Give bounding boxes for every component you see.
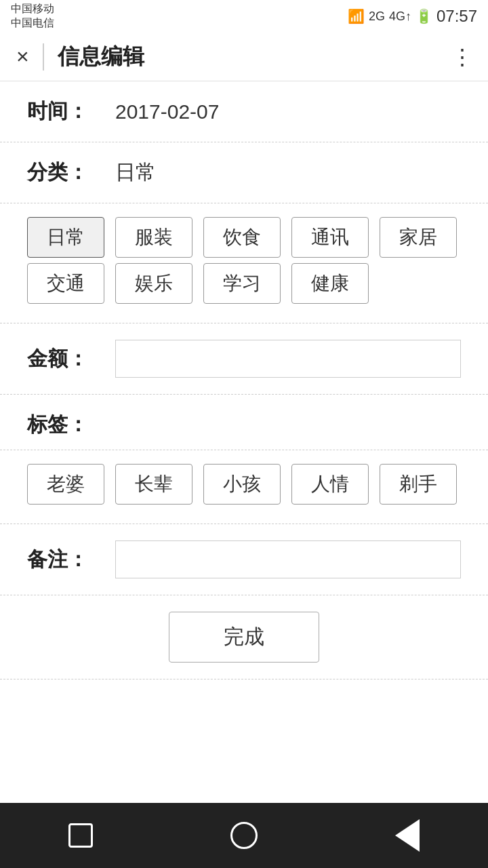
carrier2: 中国电信	[11, 16, 54, 31]
category-row: 分类： 日常	[0, 142, 488, 203]
nav-recent-icon	[68, 823, 93, 848]
category-label: 分类：	[27, 159, 102, 186]
main-content: 时间： 2017-02-07 分类： 日常 日常 服装 饮食 通讯 家居 交通 …	[0, 81, 488, 803]
chip-daily[interactable]: 日常	[27, 217, 104, 258]
nav-back-button[interactable]	[395, 819, 420, 852]
page-title: 信息编辑	[58, 42, 451, 72]
carrier-info: 中国移动 中国电信	[11, 2, 54, 31]
battery-icon: 🔋	[415, 8, 432, 24]
title-bar: × 信息编辑 ⋮	[0, 33, 488, 81]
status-bar: 中国移动 中国电信 📶 2G 4G↑ 🔋 07:57	[0, 0, 488, 33]
signal-4g-icon: 4G↑	[389, 9, 411, 24]
chip-study[interactable]: 学习	[203, 263, 281, 304]
tags-chips-row: 老婆 长辈 小孩 人情 剃手	[27, 464, 461, 505]
tags-label: 标签：	[27, 413, 88, 435]
category-chips-row1: 日常 服装 饮食 通讯 家居	[27, 217, 461, 258]
time-label: 时间：	[27, 98, 102, 125]
chip-communication[interactable]: 通讯	[291, 217, 369, 258]
amount-row: 金额：	[0, 323, 488, 395]
category-chips-area: 日常 服装 饮食 通讯 家居 交通 娱乐 学习 健康	[0, 203, 488, 323]
chip-home[interactable]: 家居	[380, 217, 457, 258]
carrier1: 中国移动	[11, 2, 54, 16]
tags-label-row: 标签：	[0, 395, 488, 450]
title-divider	[43, 43, 44, 71]
category-chips-row2: 交通 娱乐 学习 健康	[27, 263, 461, 304]
done-row: 完成	[0, 595, 488, 679]
more-button[interactable]: ⋮	[451, 44, 472, 70]
amount-input[interactable]	[115, 340, 461, 378]
wifi-icon: 📶	[348, 8, 365, 24]
close-button[interactable]: ×	[16, 44, 29, 69]
time-value: 2017-02-07	[115, 100, 219, 123]
tag-child[interactable]: 小孩	[203, 464, 281, 505]
done-button[interactable]: 完成	[169, 612, 319, 663]
nav-home-icon	[230, 822, 258, 849]
category-value: 日常	[115, 159, 156, 186]
note-input[interactable]	[115, 540, 461, 578]
note-label: 备注：	[27, 546, 102, 574]
nav-bar	[0, 803, 488, 868]
amount-label: 金额：	[27, 345, 102, 373]
chip-clothing[interactable]: 服装	[115, 217, 192, 258]
signal-2g-icon: 2G	[369, 9, 385, 24]
tag-wife[interactable]: 老婆	[27, 464, 104, 505]
tag-haircut[interactable]: 剃手	[380, 464, 457, 505]
chip-transport[interactable]: 交通	[27, 263, 104, 304]
tags-chips-area: 老婆 长辈 小孩 人情 剃手	[0, 450, 488, 524]
tag-favor[interactable]: 人情	[291, 464, 369, 505]
status-time: 07:57	[436, 7, 477, 26]
note-row: 备注：	[0, 524, 488, 595]
nav-home-button[interactable]	[230, 822, 258, 849]
chip-entertainment[interactable]: 娱乐	[115, 263, 192, 304]
nav-back-icon	[395, 819, 420, 852]
time-row: 时间： 2017-02-07	[0, 81, 488, 142]
tag-elder[interactable]: 长辈	[115, 464, 192, 505]
chip-health[interactable]: 健康	[291, 263, 369, 304]
nav-recent-button[interactable]	[68, 823, 93, 848]
chip-food[interactable]: 饮食	[203, 217, 281, 258]
status-icons: 📶 2G 4G↑ 🔋 07:57	[348, 7, 477, 26]
